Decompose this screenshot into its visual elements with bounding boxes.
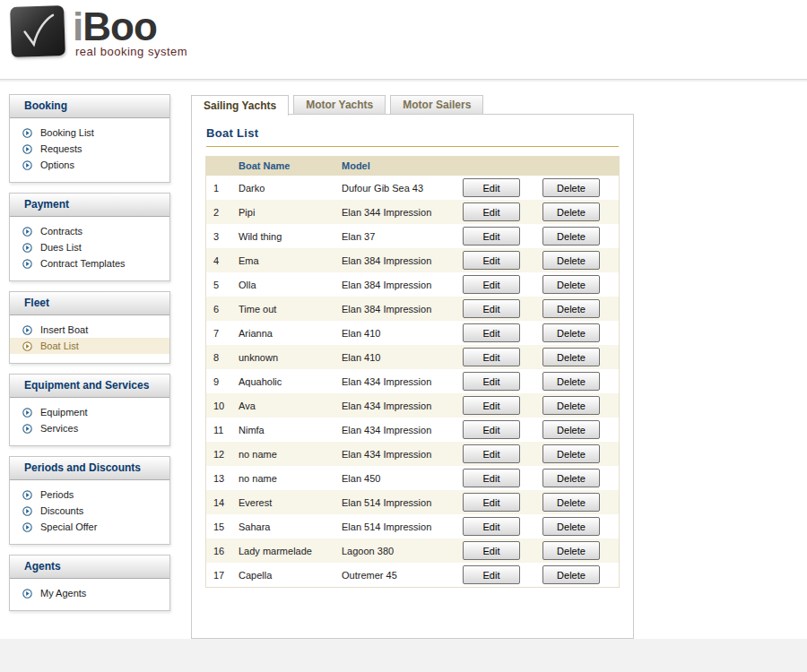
edit-button[interactable]: Edit <box>463 348 520 366</box>
delete-cell: Delete <box>539 372 619 391</box>
sidebar-item-boat-list[interactable]: Boat List <box>10 338 169 354</box>
edit-button[interactable]: Edit <box>463 275 520 294</box>
edit-cell: Edit <box>459 178 539 197</box>
edit-cell: Edit <box>459 517 539 536</box>
boat-name: Nimfa <box>233 425 334 435</box>
edit-button[interactable]: Edit <box>463 396 520 415</box>
tab-motor-sailers[interactable]: Motor Sailers <box>390 95 483 114</box>
sidebar-item-contract-templates[interactable]: Contract Templates <box>10 255 169 271</box>
boat-model: Elan 450 <box>334 473 459 484</box>
row-number: 6 <box>206 304 233 314</box>
delete-button[interactable]: Delete <box>542 493 600 512</box>
main-panel: Boat List Boat Name Model 1 Darko Dufour… <box>191 114 634 639</box>
delete-cell: Delete <box>539 517 619 536</box>
sidebar-item-booking-list[interactable]: Booking List <box>10 125 169 141</box>
arrow-circle-icon <box>22 506 32 516</box>
delete-button[interactable]: Delete <box>542 420 600 439</box>
sidebar-section-items: Contracts Dues List Contract Templates <box>10 217 169 280</box>
sidebar-item-my-agents[interactable]: My Agents <box>10 585 169 601</box>
tab-motor-yachts[interactable]: Motor Yachts <box>293 95 386 114</box>
delete-button[interactable]: Delete <box>542 178 600 197</box>
boat-name: Wild thing <box>233 231 334 242</box>
arrow-circle-icon <box>22 160 32 170</box>
boat-model: Elan 384 Impression <box>334 280 459 290</box>
sidebar-item-insert-boat[interactable]: Insert Boat <box>10 322 169 338</box>
edit-cell: Edit <box>459 493 539 512</box>
delete-button[interactable]: Delete <box>542 396 600 415</box>
table-row: 5 Olla Elan 384 Impression Edit Delete <box>206 272 619 297</box>
footer-band <box>0 639 807 672</box>
delete-button[interactable]: Delete <box>542 227 600 246</box>
edit-button[interactable]: Edit <box>463 541 520 560</box>
edit-button[interactable]: Edit <box>463 299 520 318</box>
delete-button[interactable]: Delete <box>542 202 600 221</box>
sidebar-item-dues-list[interactable]: Dues List <box>10 239 169 255</box>
edit-button[interactable]: Edit <box>463 372 520 391</box>
row-number: 15 <box>206 521 233 532</box>
edit-button[interactable]: Edit <box>463 251 520 270</box>
sidebar-item-periods[interactable]: Periods <box>10 487 169 503</box>
delete-button[interactable]: Delete <box>542 372 600 391</box>
table-row: 12 no name Elan 434 Impression Edit Dele… <box>206 442 619 466</box>
sidebar-item-label: Special Offer <box>40 519 97 535</box>
sidebar-item-services[interactable]: Services <box>10 420 169 436</box>
delete-button[interactable]: Delete <box>542 541 600 560</box>
sidebar-item-options[interactable]: Options <box>10 157 169 173</box>
sidebar-item-contracts[interactable]: Contracts <box>10 223 169 239</box>
edit-button[interactable]: Edit <box>463 565 520 584</box>
boat-model: Elan 434 Impression <box>334 401 459 411</box>
tab-sailing-yachts[interactable]: Sailing Yachts <box>191 95 289 116</box>
delete-button[interactable]: Delete <box>542 469 600 487</box>
edit-button[interactable]: Edit <box>463 444 520 463</box>
arrow-circle-icon <box>22 522 32 532</box>
boat-model: Elan 384 Impression <box>334 304 459 314</box>
boat-name: Sahara <box>233 521 334 532</box>
sidebar-section-items: Booking List Requests Options <box>10 118 169 182</box>
delete-button[interactable]: Delete <box>542 444 600 463</box>
boat-model: Elan 384 Impression <box>334 255 459 266</box>
sidebar-section-equipment-and-services: Equipment and Services Equipment Service… <box>9 374 170 446</box>
sidebar-item-equipment[interactable]: Equipment <box>10 404 169 420</box>
edit-cell: Edit <box>459 227 539 246</box>
delete-button[interactable]: Delete <box>542 251 600 270</box>
delete-button[interactable]: Delete <box>542 323 600 342</box>
sidebar-item-requests[interactable]: Requests <box>10 141 169 157</box>
edit-cell: Edit <box>459 348 539 366</box>
delete-button[interactable]: Delete <box>542 517 600 536</box>
delete-button[interactable]: Delete <box>542 348 600 366</box>
table-header: Boat Name Model <box>206 157 619 176</box>
delete-button[interactable]: Delete <box>542 299 600 318</box>
delete-button[interactable]: Delete <box>542 275 600 294</box>
edit-cell: Edit <box>459 420 539 439</box>
edit-button[interactable]: Edit <box>463 178 520 197</box>
edit-cell: Edit <box>459 275 539 294</box>
boat-model: Elan 434 Impression <box>334 376 459 387</box>
page-title: Boat List <box>206 126 619 147</box>
table-row: 15 Sahara Elan 514 Impression Edit Delet… <box>206 514 619 538</box>
edit-button[interactable]: Edit <box>463 420 520 439</box>
sidebar-item-label: Contracts <box>40 223 82 239</box>
edit-button[interactable]: Edit <box>463 202 520 221</box>
boat-name: Pipi <box>233 207 334 218</box>
delete-cell: Delete <box>539 469 619 487</box>
sidebar-item-discounts[interactable]: Discounts <box>10 503 169 519</box>
edit-cell: Edit <box>459 299 539 318</box>
sidebar-item-label: Periods <box>40 487 74 503</box>
edit-button[interactable]: Edit <box>463 493 520 512</box>
delete-cell: Delete <box>539 493 619 512</box>
boat-name: no name <box>233 449 334 460</box>
edit-button[interactable]: Edit <box>463 323 520 342</box>
table-row: 10 Ava Elan 434 Impression Edit Delete <box>206 393 619 418</box>
edit-button[interactable]: Edit <box>463 517 520 536</box>
row-number: 14 <box>206 497 233 508</box>
row-number: 4 <box>206 255 233 266</box>
col-header-model: Model <box>334 157 459 176</box>
table-row: 11 Nimfa Elan 434 Impression Edit Delete <box>206 418 619 442</box>
sidebar-section-title: Fleet <box>10 292 169 315</box>
edit-button[interactable]: Edit <box>463 227 520 246</box>
logo-letters-boo: Boo <box>82 4 157 48</box>
sidebar-item-special-offer[interactable]: Special Offer <box>10 519 169 535</box>
edit-button[interactable]: Edit <box>463 469 520 487</box>
boat-name: Darko <box>233 183 334 194</box>
delete-button[interactable]: Delete <box>542 565 600 584</box>
